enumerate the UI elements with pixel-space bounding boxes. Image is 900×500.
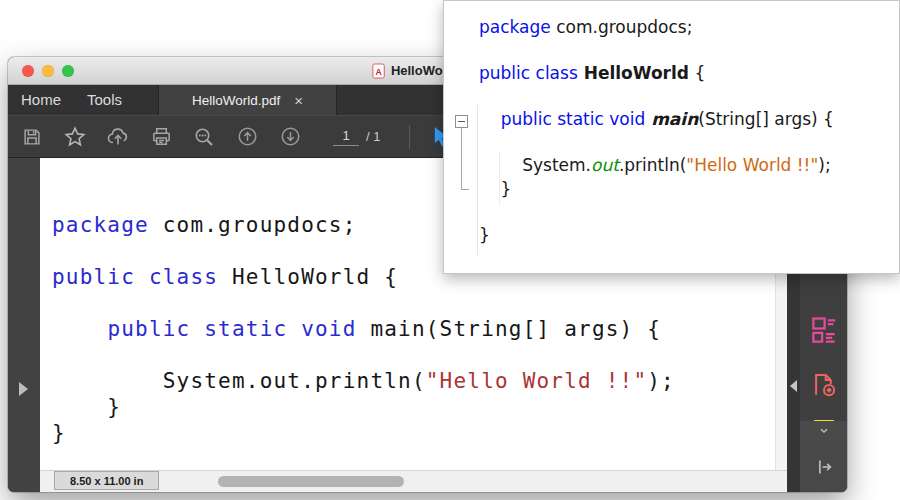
tab-home[interactable]: Home bbox=[8, 85, 74, 115]
code-segment-plain: ); bbox=[818, 155, 830, 175]
code-segment-keyword: package bbox=[52, 213, 149, 237]
code-line: } bbox=[479, 223, 899, 247]
code-segment-plain bbox=[52, 317, 107, 341]
create-pdf-button[interactable] bbox=[810, 371, 837, 402]
indent-guide bbox=[499, 151, 500, 205]
close-window-button[interactable] bbox=[22, 65, 34, 77]
code-blank-line bbox=[479, 85, 899, 107]
left-panel-strip bbox=[8, 158, 40, 492]
code-segment-plain: System. bbox=[479, 155, 591, 175]
code-segment-plain: { bbox=[689, 63, 705, 83]
code-blank-line bbox=[479, 201, 899, 223]
tab-close-icon[interactable]: × bbox=[294, 93, 303, 108]
code-segment-keyword: public class bbox=[52, 265, 218, 289]
svg-text:A: A bbox=[375, 66, 382, 76]
code-segment-plain: } bbox=[52, 395, 121, 419]
print-icon bbox=[150, 125, 173, 148]
code-line: } bbox=[52, 420, 775, 446]
code-line: } bbox=[52, 394, 775, 420]
code-line: System.out.println("Hello World !!"); bbox=[52, 368, 775, 394]
page-total-label: / 1 bbox=[366, 129, 380, 144]
sidebar-bottom-section bbox=[800, 441, 847, 492]
code-segment-keyword: public class bbox=[479, 63, 578, 83]
print-button[interactable] bbox=[149, 125, 173, 149]
page-down-icon bbox=[279, 125, 302, 148]
code-segment-field: out bbox=[591, 155, 619, 175]
search-zoom-icon bbox=[192, 125, 216, 149]
page-size-badge: 8.50 x 11.00 in bbox=[54, 471, 159, 490]
cloud-upload-icon bbox=[106, 125, 130, 149]
minimize-window-button[interactable] bbox=[42, 65, 54, 77]
code-blank-line bbox=[479, 131, 899, 153]
more-tools-button[interactable] bbox=[800, 421, 847, 441]
code-line: } bbox=[479, 177, 899, 201]
page-number-input[interactable]: 1 bbox=[333, 128, 359, 146]
tab-tools[interactable]: Tools bbox=[74, 85, 135, 115]
expand-left-panel-arrow-icon[interactable] bbox=[19, 382, 28, 396]
next-page-button[interactable] bbox=[278, 125, 302, 149]
code-blank-line bbox=[52, 342, 775, 368]
code-segment-keyword: public static void bbox=[107, 317, 356, 341]
code-segment-plain: main(String[] args) { bbox=[357, 317, 662, 341]
zoom-button[interactable] bbox=[192, 125, 216, 149]
tab-document[interactable]: HelloWorld.pdf × bbox=[158, 85, 337, 115]
code-segment-plain: ); bbox=[647, 369, 675, 393]
code-segment-string: "Hello World !!" bbox=[686, 155, 818, 175]
code-fold-toggle-icon[interactable] bbox=[455, 115, 468, 128]
pdf-document-icon: A bbox=[372, 63, 386, 79]
code-line: System.out.println("Hello World !!"); bbox=[479, 153, 899, 177]
tab-document-label: HelloWorld.pdf bbox=[192, 93, 280, 108]
code-blank-line bbox=[479, 39, 899, 61]
open-panel-icon[interactable] bbox=[813, 456, 835, 478]
traffic-lights bbox=[22, 65, 74, 77]
code-line: package com.groupdocs; bbox=[479, 15, 899, 39]
code-line: public static void main(String[] args) { bbox=[52, 316, 775, 342]
page-number-control: 1 / 1 bbox=[333, 128, 380, 146]
code-segment-keyword: public static void bbox=[501, 109, 646, 129]
code-segment-plain: com.groupdocs; bbox=[149, 213, 357, 237]
previous-page-button[interactable] bbox=[235, 125, 259, 149]
code-line: public class HelloWorld { bbox=[479, 61, 899, 85]
code-segment-bold-italic: main bbox=[645, 109, 698, 129]
status-bar: 8.50 x 11.00 in bbox=[40, 470, 787, 492]
chevron-down-icon bbox=[815, 424, 833, 438]
code-segment-plain: com.groupdocs; bbox=[551, 17, 693, 37]
screenshot-stage: A HelloWorld.pdf Home Tools HelloWorld.p… bbox=[0, 0, 900, 500]
code-segment-plain: HelloWorld { bbox=[218, 265, 398, 289]
code-segment-plain bbox=[479, 109, 501, 129]
toolbar-separator bbox=[409, 125, 410, 149]
zoom-window-button[interactable] bbox=[62, 65, 74, 77]
indent-guide bbox=[477, 105, 478, 255]
code-segment-bold: HelloWorld bbox=[578, 63, 689, 83]
favorite-button[interactable] bbox=[63, 125, 87, 149]
star-icon bbox=[63, 125, 87, 149]
collapse-right-panel-arrow-icon[interactable] bbox=[790, 380, 797, 392]
code-segment-string: "Hello World !!" bbox=[426, 369, 648, 393]
organize-pages-icon bbox=[809, 316, 839, 346]
code-fold-line bbox=[461, 128, 462, 189]
organize-pages-button[interactable] bbox=[809, 316, 839, 350]
page-up-icon bbox=[236, 125, 259, 148]
code-segment-plain: } bbox=[52, 421, 66, 445]
code-segment-plain: System.out.println( bbox=[52, 369, 426, 393]
code-segment-plain: } bbox=[479, 225, 490, 245]
share-button[interactable] bbox=[106, 125, 130, 149]
save-icon bbox=[21, 126, 43, 148]
code-segment-plain: .println( bbox=[619, 155, 686, 175]
code-blank-line bbox=[52, 290, 775, 316]
source-code-overlay-panel: package com.groupdocs;public class Hello… bbox=[443, 0, 900, 274]
horizontal-scrollbar-thumb[interactable] bbox=[218, 476, 404, 487]
overlay-code-block: package com.groupdocs;public class Hello… bbox=[444, 1, 899, 247]
create-pdf-icon bbox=[810, 371, 837, 398]
code-fold-line-end bbox=[461, 189, 469, 190]
code-segment-keyword: package bbox=[479, 17, 551, 37]
code-line: public static void main(String[] args) { bbox=[479, 107, 899, 131]
save-button[interactable] bbox=[20, 125, 44, 149]
code-segment-plain: } bbox=[479, 179, 511, 199]
code-segment-plain: (String[] args) { bbox=[698, 109, 834, 129]
